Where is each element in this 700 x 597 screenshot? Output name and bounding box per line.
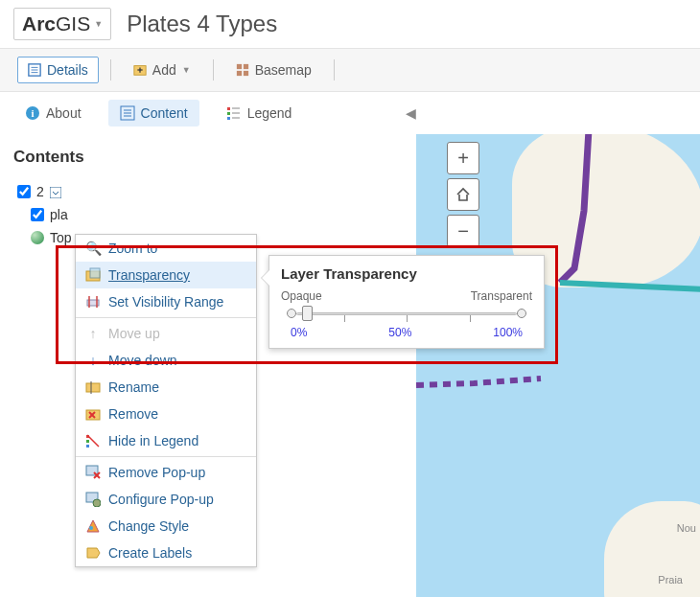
layer-label: 2 — [36, 184, 44, 199]
remove-popup-icon — [85, 465, 101, 480]
toolbar-divider — [213, 59, 214, 80]
arrow-down-icon: ↓ — [85, 353, 101, 368]
slider-tick-label: 50% — [388, 326, 411, 339]
toolbar-divider — [334, 59, 335, 80]
content-icon — [120, 105, 135, 121]
slider-left-label: Opaque — [281, 289, 322, 303]
svg-rect-25 — [90, 268, 100, 278]
labels-icon — [85, 545, 101, 561]
map-canvas[interactable]: Nou Praia + − — [416, 134, 700, 597]
globe-icon — [31, 231, 44, 244]
brand-rest: GIS — [56, 12, 90, 34]
transparency-icon — [85, 267, 101, 283]
tab-content-label: Content — [141, 105, 188, 121]
hide-legend-icon — [85, 433, 101, 448]
tab-legend-label: Legend — [247, 105, 292, 121]
contents-heading: Contents — [13, 148, 403, 167]
svg-rect-19 — [227, 117, 230, 120]
tab-legend[interactable]: Legend — [215, 100, 304, 126]
basemap-label: Basemap — [255, 62, 312, 78]
add-icon — [133, 63, 147, 77]
chevron-down-icon: ▼ — [94, 19, 103, 29]
map-label: Nou — [677, 522, 696, 534]
layer-checkbox[interactable] — [17, 185, 31, 198]
rename-icon — [85, 379, 101, 395]
menu-move-up: ↑Move up — [76, 320, 256, 347]
menu-hide-legend[interactable]: Hide in Legend — [76, 427, 256, 454]
layer-context-menu: 🔍Zoom to Transparency Set Visibility Ran… — [75, 234, 257, 567]
add-label: Add — [152, 62, 176, 78]
slider-right-label: Transparent — [471, 289, 532, 303]
svg-rect-36 — [86, 445, 89, 448]
layer-checkbox[interactable] — [31, 208, 44, 221]
visibility-icon — [85, 294, 101, 310]
menu-create-labels[interactable]: Create Labels — [76, 540, 256, 566]
menu-zoom-to[interactable]: 🔍Zoom to — [76, 235, 256, 262]
tab-about[interactable]: i About — [13, 100, 93, 126]
tab-about-label: About — [46, 105, 82, 121]
slider-thumb[interactable] — [302, 306, 313, 321]
add-button[interactable]: Add ▼ — [123, 57, 201, 83]
chevron-down-icon: ▼ — [182, 65, 191, 75]
change-style-icon — [85, 518, 101, 534]
svg-point-42 — [93, 499, 101, 507]
legend-icon — [226, 105, 242, 121]
menu-remove-popup[interactable]: Remove Pop-up — [76, 459, 256, 486]
slider-min-stop — [287, 309, 296, 318]
map-title: Plates 4 Types — [127, 11, 277, 37]
map-label: Praia — [658, 574, 683, 586]
remove-icon — [85, 406, 101, 422]
svg-text:i: i — [31, 107, 34, 119]
svg-rect-8 — [244, 64, 248, 69]
svg-rect-35 — [86, 440, 89, 443]
basemap-icon — [236, 63, 249, 77]
info-icon: i — [25, 105, 40, 121]
details-icon — [28, 63, 41, 77]
menu-change-style[interactable]: Change Style — [76, 513, 256, 540]
configure-popup-icon — [85, 492, 101, 507]
slider-tick-label: 0% — [291, 326, 307, 339]
menu-visibility-range[interactable]: Set Visibility Range — [76, 288, 256, 315]
menu-configure-popup[interactable]: Configure Pop-up — [76, 486, 256, 513]
svg-rect-7 — [237, 64, 242, 69]
zoom-in-button[interactable]: + — [447, 142, 479, 174]
arcgis-brand-dropdown[interactable]: ArcGIS ▼ — [13, 8, 111, 40]
slider-tick-label: 100% — [493, 326, 523, 339]
zoom-icon: 🔍 — [85, 241, 101, 256]
menu-move-down[interactable]: ↓Move down — [76, 347, 256, 374]
menu-transparency[interactable]: Transparency — [76, 262, 256, 288]
svg-rect-18 — [227, 112, 230, 115]
brand-strong: Arc — [22, 12, 56, 34]
svg-rect-9 — [237, 71, 242, 76]
transparency-popover: Layer Transparency Opaque Transparent 0%… — [268, 255, 545, 349]
toolbar-divider — [110, 59, 111, 80]
svg-rect-23 — [50, 187, 61, 198]
collapse-panel-icon[interactable]: ◀ — [406, 105, 416, 121]
menu-remove[interactable]: Remove — [76, 401, 256, 427]
zoom-out-button[interactable]: − — [447, 215, 479, 247]
layer-row[interactable]: 2 — [17, 184, 403, 199]
layer-label: Top — [50, 230, 72, 245]
popover-title: Layer Transparency — [281, 265, 532, 282]
transparency-slider[interactable] — [281, 305, 532, 324]
details-label: Details — [47, 62, 88, 78]
layer-row[interactable]: pla — [31, 207, 403, 222]
svg-rect-10 — [244, 71, 248, 76]
svg-point-43 — [89, 526, 93, 530]
main-toolbar: Details Add ▼ Basemap — [0, 48, 700, 92]
details-button[interactable]: Details — [17, 57, 99, 83]
slider-max-stop — [517, 309, 526, 318]
tab-content[interactable]: Content — [108, 100, 199, 126]
basemap-button[interactable]: Basemap — [225, 57, 322, 83]
menu-rename[interactable]: Rename — [76, 374, 256, 401]
layer-dropdown-icon[interactable] — [50, 186, 61, 197]
svg-rect-29 — [86, 383, 100, 392]
arrow-up-icon: ↑ — [85, 326, 101, 341]
layer-label: pla — [50, 207, 68, 222]
home-button[interactable] — [447, 178, 479, 211]
svg-rect-17 — [227, 107, 230, 110]
